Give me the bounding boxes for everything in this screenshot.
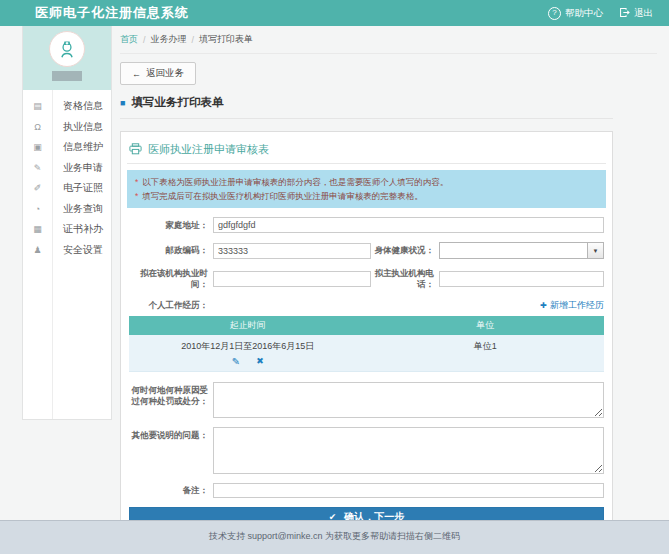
sidebar-item-certificate-reissue[interactable]: ▦ 证书补办 xyxy=(23,219,111,240)
user-name-redacted xyxy=(52,71,82,81)
postal-code-input[interactable] xyxy=(213,243,371,259)
other-issues-textarea[interactable] xyxy=(213,427,604,474)
table-header-row: 起止时间 单位 xyxy=(129,316,604,335)
headset-icon: Ω xyxy=(23,122,52,132)
breadcrumb: 首页 / 业务办理 / 填写打印表单 xyxy=(120,26,657,54)
id-card-icon: ▣ xyxy=(23,142,52,152)
notice-line: *以下表格为医师执业注册申请审核表的部分内容，也是需要医师个人填写的内容。 xyxy=(135,175,598,189)
plus-icon: ✚ xyxy=(540,301,547,310)
logout-label: 退出 xyxy=(634,7,653,20)
work-experience-table: 起止时间 单位 2010年12月1日至2016年6月15日 ✎ ✖ xyxy=(129,316,604,372)
required-asterisk: * xyxy=(135,177,138,187)
certificate-icon: ✐ xyxy=(23,183,52,193)
remarks-label: 备注： xyxy=(129,485,213,496)
sidebar-item-practice-info[interactable]: Ω 执业信息 xyxy=(23,117,111,138)
practice-time-input[interactable] xyxy=(213,271,371,287)
footer-text: 技术支持 support@minke.cn 为获取更多帮助请扫描右侧二维码 xyxy=(209,530,460,554)
postal-health-row: 邮政编码： 身体健康状况： ▼ xyxy=(129,242,604,259)
avatar xyxy=(49,31,85,67)
logout-icon xyxy=(619,7,630,20)
document-icon: ▤ xyxy=(23,101,52,111)
breadcrumb-business[interactable]: 业务办理 xyxy=(151,33,187,46)
form-card: 医师执业注册申请审核表 *以下表格为医师执业注册申请审核表的部分内容，也是需要医… xyxy=(120,131,613,538)
remarks-input[interactable] xyxy=(213,483,604,498)
work-experience-label: 个人工作经历： xyxy=(129,300,213,311)
sidebar-item-business-application[interactable]: ✎ 业务申请 xyxy=(23,158,111,179)
form-edit-icon: ✎ xyxy=(23,163,52,173)
profile-card xyxy=(23,26,111,90)
help-center-link[interactable]: ? 帮助中心 xyxy=(548,7,603,20)
org-phone-label: 拟主执业机构电话： xyxy=(371,268,439,290)
header-actions: ? 帮助中心 退出 xyxy=(548,7,653,20)
help-center-label: 帮助中心 xyxy=(565,7,603,20)
table-row: 2010年12月1日至2016年6月15日 ✎ ✖ 单位1 xyxy=(129,335,604,372)
col-header-period: 起止时间 xyxy=(129,316,367,335)
work-period-value: 2010年12月1日至2016年6月15日 xyxy=(129,340,367,353)
other-issues-label: 其他要说明的问题： xyxy=(129,427,213,441)
back-button-label: 返回业务 xyxy=(146,67,184,80)
required-asterisk: * xyxy=(135,191,138,201)
dropdown-arrow-icon: ▼ xyxy=(587,243,603,258)
home-address-input[interactable] xyxy=(213,217,604,233)
time-phone-row: 拟在该机构执业时间： 拟主执业机构电话： xyxy=(129,268,604,290)
home-address-row: 家庭地址： xyxy=(129,217,604,233)
col-header-unit: 单位 xyxy=(367,316,605,335)
add-work-experience-link[interactable]: ✚ 新增工作经历 xyxy=(540,299,604,312)
sidebar-item-info-maintenance[interactable]: ▣ 信息维护 xyxy=(23,137,111,158)
breadcrumb-home[interactable]: 首页 xyxy=(120,33,138,46)
work-experience-header-row: 个人工作经历： ✚ 新增工作经历 xyxy=(129,299,604,312)
org-phone-input[interactable] xyxy=(439,271,604,287)
app-window: 医师电子化注册信息系统 ? 帮助中心 退出 xyxy=(0,0,669,554)
edit-icon[interactable]: ✎ xyxy=(232,357,240,367)
user-icon: ♟ xyxy=(23,245,52,255)
printer-icon xyxy=(129,143,142,157)
doctor-icon xyxy=(56,38,78,60)
notice-line: *填写完成后可在拟执业医疗机构打印医师执业注册申请审核表的完整表格。 xyxy=(135,189,598,203)
breadcrumb-current: 填写打印表单 xyxy=(199,33,253,46)
square-bullet-icon: ■ xyxy=(120,98,125,108)
page-footer: 技术支持 support@minke.cn 为获取更多帮助请扫描右侧二维码 xyxy=(0,520,669,554)
application-form: 家庭地址： 邮政编码： 身体健康状况： ▼ 拟在该机构执业时间： 拟主执业机构电… xyxy=(127,217,606,527)
sidebar-item-qualification-info[interactable]: ▤ 资格信息 xyxy=(23,96,111,117)
postal-code-label: 邮政编码： xyxy=(129,245,213,256)
remarks-row: 备注： xyxy=(129,483,604,498)
breadcrumb-separator: / xyxy=(192,35,195,45)
punishment-textarea[interactable] xyxy=(213,382,604,418)
form-title-row: 医师执业注册申请审核表 xyxy=(127,138,606,164)
work-unit-value: 单位1 xyxy=(367,335,605,372)
main-content: 首页 / 业务办理 / 填写打印表单 ← 返回业务 ■ 填写业务打印表单 xyxy=(120,26,657,538)
query-icon: ◔ xyxy=(23,204,52,214)
app-title: 医师电子化注册信息系统 xyxy=(35,4,189,22)
health-status-label: 身体健康状况： xyxy=(371,245,439,256)
back-to-business-button[interactable]: ← 返回业务 xyxy=(120,62,196,85)
sidebar-item-business-query[interactable]: ◔ 业务查询 xyxy=(23,199,111,220)
other-issues-row: 其他要说明的问题： xyxy=(129,427,604,474)
sidebar-item-electronic-certificate[interactable]: ✐ 电子证照 xyxy=(23,178,111,199)
page-title-text: 填写业务打印表单 xyxy=(131,95,223,110)
punishment-label: 何时何地何种原因受过何种处罚或处分： xyxy=(129,382,213,407)
notice-box: *以下表格为医师执业注册申请审核表的部分内容，也是需要医师个人填写的内容。 *填… xyxy=(127,170,606,208)
logout-link[interactable]: 退出 xyxy=(619,7,653,20)
back-arrow-icon: ← xyxy=(132,69,141,79)
form-title-text: 医师执业注册申请审核表 xyxy=(148,142,269,157)
health-status-select[interactable]: ▼ xyxy=(439,242,604,259)
delete-icon[interactable]: ✖ xyxy=(256,357,264,367)
practice-time-label: 拟在该机构执业时间： xyxy=(129,268,213,290)
save-icon: ▦ xyxy=(23,224,52,234)
app-header: 医师电子化注册信息系统 ? 帮助中心 退出 xyxy=(0,0,669,26)
help-icon: ? xyxy=(548,7,561,20)
punishment-row: 何时何地何种原因受过何种处罚或处分： xyxy=(129,382,604,418)
breadcrumb-separator: / xyxy=(143,35,146,45)
page-title: ■ 填写业务打印表单 xyxy=(120,95,613,119)
home-address-label: 家庭地址： xyxy=(129,220,213,231)
row-actions: ✎ ✖ xyxy=(129,357,367,367)
sidebar-menu: ▤ 资格信息 Ω 执业信息 ▣ 信息维护 ✎ 业务申请 ✐ 电子证照 ◔ 业务查… xyxy=(23,90,111,419)
sidebar: ▤ 资格信息 Ω 执业信息 ▣ 信息维护 ✎ 业务申请 ✐ 电子证照 ◔ 业务查… xyxy=(22,26,112,420)
sidebar-item-security-settings[interactable]: ♟ 安全设置 xyxy=(23,240,111,261)
